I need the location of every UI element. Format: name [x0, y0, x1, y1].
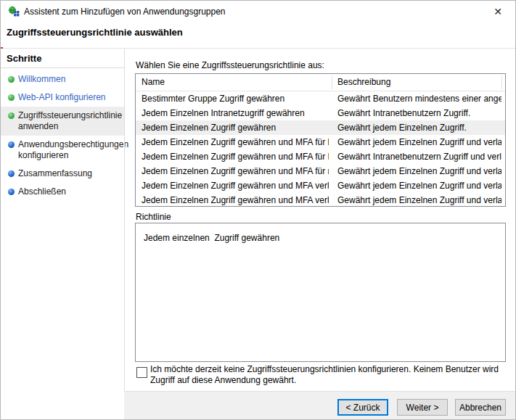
skip-policy-checkbox[interactable] [136, 367, 147, 378]
column-divider [501, 75, 502, 89]
step-willkommen[interactable]: Willkommen [1, 70, 124, 88]
table-row[interactable]: Jedem Einzelnen Zugriff gewähren und MFA… [136, 178, 505, 193]
table-row[interactable]: Jedem Einzelnen Zugriff gewähren und MFA… [136, 193, 505, 207]
page-title: Zugriffssteuerungsrichtlinie auswählen [7, 27, 183, 38]
policy-section-label: Richtlinie [136, 212, 171, 222]
policy-table: Name Beschreibung Bestimmter Gruppe Zugr… [135, 73, 506, 207]
close-icon: ✕ [494, 6, 502, 17]
back-button[interactable]: < Zurück [337, 399, 388, 416]
row-description: Gewährt Intranetbenutzern Zugriff. [337, 106, 501, 120]
table-row[interactable]: Jedem Einzelnen Intranetzugriff gewähren… [136, 106, 505, 120]
column-header-description[interactable]: Beschreibung [337, 77, 390, 87]
step-done-bullet-icon [8, 76, 15, 83]
titlebar: Assistent zum Hinzufügen von Anwendungsg… [1, 1, 515, 22]
close-button[interactable]: ✕ [483, 1, 512, 22]
steps-list: Willkommen Web-API konfigurieren Zugriff… [1, 70, 124, 201]
policy-description-box: Jedem einzelnen Zugriff gewähren [135, 223, 506, 362]
step-zugriffssteuerungsrichtlinie-anwenden[interactable]: Zugriffssteuerungsrichtlinie anwenden [1, 107, 124, 136]
app-icon [8, 6, 20, 17]
skip-policy-checkbox-label: Ich möchte derzeit keine Zugriffssteueru… [150, 364, 507, 386]
step-web-api-konfigurieren[interactable]: Web-API konfigurieren [1, 88, 124, 107]
step-upcoming-bullet-icon [8, 141, 15, 148]
row-description: Gewährt Intranetbenutzern Zugriff und ve… [337, 149, 501, 164]
step-label: Abschließen [18, 186, 66, 197]
select-policy-label: Wählen Sie eine Zugriffssteuerungsrichtl… [136, 60, 324, 70]
table-row[interactable]: Jedem Einzelnen Zugriff gewähren und MFA… [136, 149, 505, 164]
step-label: Zusammenfassung [18, 168, 92, 178]
step-done-bullet-icon [8, 94, 15, 101]
table-row[interactable]: Bestimmter Gruppe Zugriff gewähren Gewäh… [136, 91, 505, 106]
next-button[interactable]: Weiter > [397, 399, 448, 416]
row-name: Jedem Einzelnen Zugriff gewähren und MFA… [142, 135, 329, 149]
row-description: Gewährt jedem Einzelnen Zugriff und verl… [337, 164, 501, 178]
table-row-selected[interactable]: Jedem Einzelnen Zugriff gewähren Gewährt… [136, 120, 505, 135]
row-name: Bestimmter Gruppe Zugriff gewähren [142, 91, 329, 106]
step-zusammenfassung[interactable]: Zusammenfassung [1, 165, 124, 183]
step-label: Anwendungsberechtigungen konfigurieren [18, 139, 128, 160]
steps-sidebar: Schritte Willkommen Web-API konfiguriere… [1, 49, 124, 420]
step-label: Web-API konfigurieren [18, 92, 106, 102]
window-title: Assistent zum Hinzufügen von Anwendungsg… [24, 7, 226, 17]
row-name: Jedem Einzelnen Intranetzugriff gewähren [142, 106, 329, 120]
step-anwendungsberechtigungen-konfigurieren[interactable]: Anwendungsberechtigungen konfigurieren [1, 136, 124, 165]
sidebar-divider [124, 49, 125, 420]
table-row[interactable]: Jedem Einzelnen Zugriff gewähren und MFA… [136, 164, 505, 178]
policy-description-text: Jedem einzelnen Zugriff gewähren [144, 233, 279, 243]
step-done-bullet-icon [8, 112, 15, 119]
step-abschliessen[interactable]: Abschließen [1, 183, 124, 201]
footer-button-bar: < Zurück Weiter > Abbrechen [124, 391, 516, 420]
row-description: Gewährt Benutzern mindestens einer angeg… [337, 91, 501, 106]
step-label: Willkommen [18, 74, 65, 84]
row-description: Gewährt jedem Einzelnen Zugriff und verl… [337, 135, 501, 149]
row-description: Gewährt jedem Einzelnen Zugriff und verl… [337, 178, 501, 193]
wizard-window: Assistent zum Hinzufügen von Anwendungsg… [0, 0, 516, 420]
row-name: Jedem Einzelnen Zugriff gewähren [142, 120, 329, 135]
step-label: Zugriffssteuerungsrichtlinie anwenden [18, 110, 122, 131]
row-description: Gewährt jedem Einzelnen Zugriff und verl… [337, 193, 501, 207]
steps-separator [1, 67, 124, 68]
table-row[interactable]: Jedem Einzelnen Zugriff gewähren und MFA… [136, 135, 505, 149]
row-name: Jedem Einzelnen Zugriff gewähren und MFA… [142, 164, 329, 178]
column-divider [332, 75, 332, 89]
policy-table-header: Name Beschreibung [136, 74, 505, 91]
steps-header: Schritte [7, 53, 41, 64]
row-name: Jedem Einzelnen Zugriff gewähren und MFA… [142, 178, 329, 193]
step-upcoming-bullet-icon [8, 170, 15, 177]
row-description: Gewährt jedem Einzelnen Zugriff. [337, 120, 501, 135]
row-name: Jedem Einzelnen Zugriff gewähren und MFA… [142, 193, 329, 207]
row-name: Jedem Einzelnen Zugriff gewähren und MFA… [142, 149, 329, 164]
column-header-name[interactable]: Name [142, 77, 165, 87]
step-upcoming-bullet-icon [8, 189, 15, 195]
cancel-button[interactable]: Abbrechen [455, 399, 506, 416]
